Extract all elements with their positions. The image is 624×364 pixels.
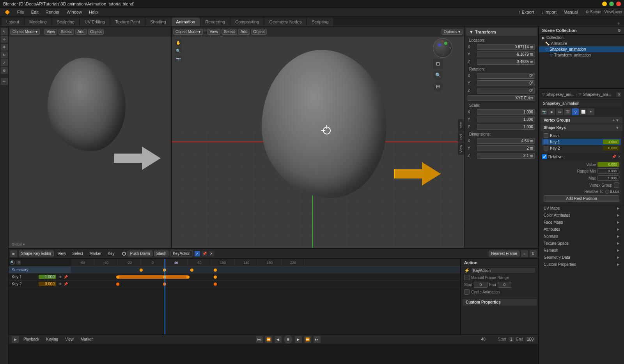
camera-icon[interactable]: 📷 bbox=[175, 55, 182, 62]
tab-rendering[interactable]: Rendering bbox=[200, 18, 230, 26]
main-add-button[interactable]: Add bbox=[238, 29, 250, 35]
outline-transform-animation[interactable]: ▽ Transform_animation bbox=[539, 52, 624, 58]
tool-cursor[interactable]: ✛ bbox=[1, 36, 8, 43]
frame-number-display[interactable]: 40 bbox=[481, 337, 486, 341]
outline-armature[interactable]: 🦴 Armature bbox=[539, 41, 624, 46]
select-menu-button[interactable]: Select bbox=[58, 29, 74, 35]
sk-key1-value[interactable]: 1.000 bbox=[603, 140, 619, 144]
loc-x-value[interactable]: 0.87114 m bbox=[477, 44, 535, 50]
nav-icon-extra[interactable]: ⊞ bbox=[433, 81, 443, 92]
main-view-button[interactable]: View bbox=[207, 29, 220, 35]
tool-scale[interactable]: ⤢ bbox=[1, 59, 8, 66]
sk-key1-checkbox[interactable] bbox=[544, 140, 548, 144]
prop-tab-scene[interactable]: 🎬 bbox=[564, 108, 571, 115]
object-name-field[interactable]: Shapekey_animation bbox=[541, 100, 622, 107]
sc-z-value[interactable]: 1.000 bbox=[477, 124, 535, 130]
menu-window[interactable]: Window bbox=[64, 8, 85, 16]
rot-x-value[interactable]: 0° bbox=[477, 73, 535, 79]
custom-properties-section[interactable]: Custom Properties ▶ bbox=[541, 261, 622, 268]
main-object-button[interactable]: Object bbox=[251, 29, 267, 35]
action-name-field[interactable]: KeyAction bbox=[170, 251, 193, 256]
relative-checkbox[interactable] bbox=[542, 154, 547, 159]
tab-animation[interactable]: Animation bbox=[172, 18, 200, 26]
end-frame-input[interactable]: 100 bbox=[525, 337, 535, 342]
dim-y-value[interactable]: 2 m bbox=[477, 145, 535, 151]
prop-tab-particles[interactable]: ✦ bbox=[587, 108, 594, 115]
shape-key-editor-dropdown[interactable]: Shape Key Editor bbox=[19, 251, 54, 256]
menu-file[interactable]: File bbox=[14, 8, 27, 16]
close-button[interactable] bbox=[616, 2, 621, 6]
prop-tab-render[interactable]: 📷 bbox=[541, 108, 548, 115]
start-input[interactable] bbox=[474, 282, 488, 288]
prev-keyframe-button[interactable]: ⏪ bbox=[265, 336, 272, 343]
vertex-group-input[interactable] bbox=[614, 182, 619, 188]
remesh-section[interactable]: Remesh ▶ bbox=[541, 247, 622, 254]
outline-collection[interactable]: ▶ Collection bbox=[539, 35, 624, 41]
tool-select[interactable]: ↖ bbox=[1, 28, 8, 35]
dim-x-value[interactable]: 4.64 m bbox=[477, 138, 535, 144]
sk-key2-checkbox[interactable] bbox=[544, 146, 548, 150]
attributes-section[interactable]: Attributes ▶ bbox=[541, 226, 622, 233]
dim-z-value[interactable]: 3.1 m bbox=[477, 153, 535, 159]
tool-rotate[interactable]: ↻ bbox=[1, 51, 8, 58]
filter-icon[interactable]: ⚙ bbox=[16, 260, 21, 265]
menu-blender[interactable]: 🔶 bbox=[2, 8, 13, 16]
sk-key1-name[interactable]: Key 1 bbox=[550, 140, 601, 144]
tab-geometry-nodes[interactable]: Geometry Nodes bbox=[264, 18, 306, 26]
side-tab-item[interactable]: Item bbox=[458, 119, 464, 131]
side-tab-tool[interactable]: Tool bbox=[458, 131, 464, 143]
orbit-gizmo[interactable]: Z -Z -Y Y bbox=[433, 38, 452, 58]
action-pin-button[interactable]: 📌 bbox=[202, 251, 207, 256]
prop-tab-material[interactable]: ⬜ bbox=[580, 108, 587, 115]
breadcrumb-1[interactable]: Shapekey_ani... bbox=[546, 92, 574, 97]
jump-end-button[interactable]: ⏭ bbox=[314, 336, 321, 343]
menu-import[interactable]: ↓ Import bbox=[538, 8, 560, 16]
outline-shapekey-animation[interactable]: ▽ Shapekey_animation bbox=[539, 46, 624, 52]
sk-basis-checkbox[interactable] bbox=[544, 133, 548, 138]
max-value[interactable]: 1.000 bbox=[597, 175, 619, 181]
keyaction-name-box[interactable]: KeyAction bbox=[472, 268, 535, 273]
key2-value[interactable]: 0.000 bbox=[39, 282, 56, 286]
main-object-mode-button[interactable]: Object Mode ▾ bbox=[173, 29, 203, 35]
loc-z-value[interactable]: -3.4585 m bbox=[477, 59, 535, 65]
timeline-key-button[interactable]: Key bbox=[105, 250, 117, 258]
zoom-in-button[interactable]: 🔍 bbox=[433, 70, 443, 80]
key1-value[interactable]: 1.000 bbox=[39, 275, 56, 279]
object-mode-button[interactable]: Object Mode ▾ bbox=[10, 29, 40, 35]
rel-value-field[interactable]: 0.000 bbox=[597, 162, 619, 167]
next-keyframe-button[interactable]: ⏩ bbox=[304, 336, 311, 343]
relative-close[interactable]: ✕ bbox=[618, 155, 621, 159]
timeline-icon2[interactable]: ≡ bbox=[521, 250, 528, 257]
rotation-mode-dropdown[interactable]: XYZ Euler bbox=[468, 95, 535, 101]
timeline-content[interactable]: -60 -40 -20 0 40 60 100 140 180 220 bbox=[71, 259, 460, 334]
transform-header[interactable]: ▼ Transform bbox=[466, 28, 537, 36]
relative-to-value[interactable]: Basis bbox=[605, 189, 619, 194]
tab-uv-editing[interactable]: UV Editing bbox=[80, 18, 110, 26]
marker-button[interactable]: Marker bbox=[78, 336, 95, 343]
uv-maps-section[interactable]: UV Maps ▶ bbox=[541, 205, 622, 212]
tool-transform[interactable]: ⊕ bbox=[1, 67, 8, 74]
viewport-left[interactable]: Object Mode ▾ View Select Add Object Glo… bbox=[9, 27, 172, 248]
color-attributes-section[interactable]: Color Attributes ▶ bbox=[541, 212, 622, 219]
sk-key2-name[interactable]: Key 2 bbox=[550, 146, 601, 150]
sc-y-value[interactable]: 1.000 bbox=[477, 117, 535, 122]
options-button[interactable]: Options ▾ bbox=[441, 29, 463, 35]
add-workspace-button[interactable]: + bbox=[615, 20, 622, 26]
menu-export[interactable]: ↑ Export bbox=[515, 8, 537, 16]
zoom-tool-icon[interactable]: 🔍 bbox=[175, 47, 182, 54]
timeline-editor-icon[interactable]: ▶ bbox=[10, 250, 17, 257]
geometry-data-section[interactable]: Geometry Data ▶ bbox=[541, 254, 622, 261]
tab-scripting[interactable]: Scripting bbox=[307, 18, 333, 26]
main-select-button[interactable]: Select bbox=[222, 29, 237, 35]
menu-edit[interactable]: Edit bbox=[28, 8, 42, 16]
add-rest-position-button[interactable]: Add Rest Position bbox=[544, 195, 619, 202]
push-down-button[interactable]: Push Down bbox=[128, 251, 152, 256]
sk-key2-value[interactable]: 0.000 bbox=[603, 146, 619, 150]
loc-y-value[interactable]: -6.1679 m bbox=[477, 51, 535, 57]
jump-start-button[interactable]: ⏮ bbox=[256, 336, 263, 343]
vertex-groups-header[interactable]: Vertex Groups + ▼ bbox=[541, 117, 622, 124]
filter-obj-icon[interactable]: ⚙ bbox=[616, 92, 621, 97]
timeline-icon3[interactable]: ⇅ bbox=[530, 250, 537, 257]
nearest-frame-button[interactable]: Nearest Frame bbox=[489, 251, 519, 256]
prop-tab-object-data[interactable]: ▽ bbox=[572, 108, 579, 115]
